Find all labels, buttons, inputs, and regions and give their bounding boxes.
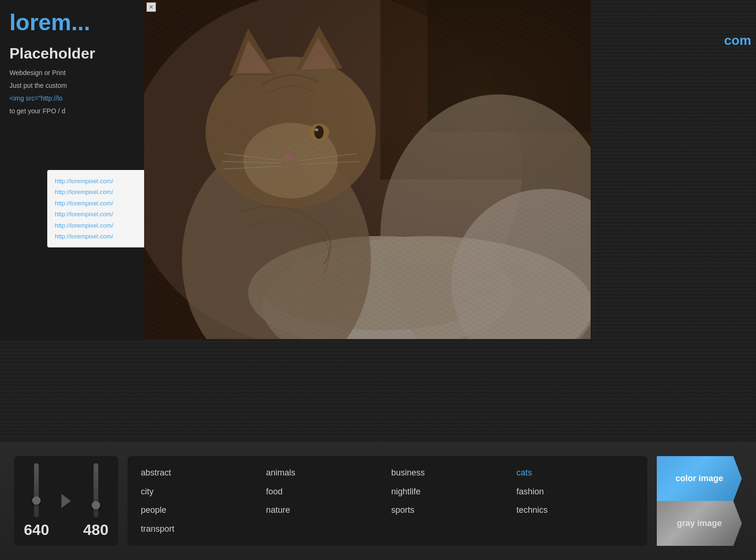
width-value: 640 <box>24 521 49 539</box>
cat-fur-texture <box>144 0 591 339</box>
gray-image-button[interactable]: gray image <box>657 501 742 546</box>
width-slider-thumb[interactable] <box>32 496 41 505</box>
desc-line1: Webdesign or Print <box>9 68 137 78</box>
category-people[interactable]: people <box>137 503 262 517</box>
desc-line3: to get your FPO / d <box>9 106 137 116</box>
site-title: lorem... <box>9 9 137 35</box>
category-fashion[interactable]: fashion <box>513 485 638 499</box>
category-nature[interactable]: nature <box>262 503 387 517</box>
description-block: Placeholder Webdesign or Print Just put … <box>9 45 137 116</box>
close-icon: ✕ <box>149 4 154 10</box>
category-abstract[interactable]: abstract <box>137 466 262 480</box>
category-business[interactable]: business <box>387 466 513 480</box>
right-edge-text: com <box>724 33 751 48</box>
height-slider-track[interactable] <box>94 463 98 518</box>
code-snippet: <img src="http://lo <box>9 93 137 103</box>
color-image-button[interactable]: color image <box>657 456 742 501</box>
link-2[interactable]: http://lorempixel.com/ <box>55 187 139 197</box>
category-cats[interactable]: cats <box>513 466 638 480</box>
mode-buttons: color image gray image <box>657 456 742 546</box>
category-city[interactable]: city <box>137 485 262 499</box>
links-box: http://lorempixel.com/ http://lorempixel… <box>47 170 146 247</box>
cat-image <box>144 0 591 339</box>
dimension-arrow <box>61 494 71 508</box>
link-6[interactable]: http://lorempixel.com/ <box>55 231 139 242</box>
height-slider-container: 480 <box>83 463 108 539</box>
height-slider-thumb[interactable] <box>92 501 100 509</box>
width-slider-container: 640 <box>24 463 49 539</box>
link-1[interactable]: http://lorempixel.com/ <box>55 176 139 187</box>
category-sports[interactable]: sports <box>387 503 513 517</box>
placeholder-heading: Placeholder <box>9 45 137 62</box>
category-food[interactable]: food <box>262 485 387 499</box>
dimensions-block: 640 480 <box>14 456 118 546</box>
cat-image-overlay: ✕ <box>144 0 591 339</box>
category-animals[interactable]: animals <box>262 466 387 480</box>
link-3[interactable]: http://lorempixel.com/ <box>55 198 139 209</box>
height-value: 480 <box>83 521 108 539</box>
link-4[interactable]: http://lorempixel.com/ <box>55 209 139 220</box>
category-nightlife[interactable]: nightlife <box>387 485 513 499</box>
controls-bar: 640 480 abstractanimalsbusinesscatscityf… <box>0 442 756 560</box>
width-slider-track[interactable] <box>34 463 39 518</box>
category-technics[interactable]: technics <box>513 503 638 517</box>
category-transport[interactable]: transport <box>137 522 262 536</box>
link-5[interactable]: http://lorempixel.com/ <box>55 220 139 231</box>
desc-line2: Just put the custom <box>9 81 137 91</box>
categories-block: abstractanimalsbusinesscatscityfoodnight… <box>128 456 647 546</box>
close-button[interactable]: ✕ <box>146 2 156 12</box>
